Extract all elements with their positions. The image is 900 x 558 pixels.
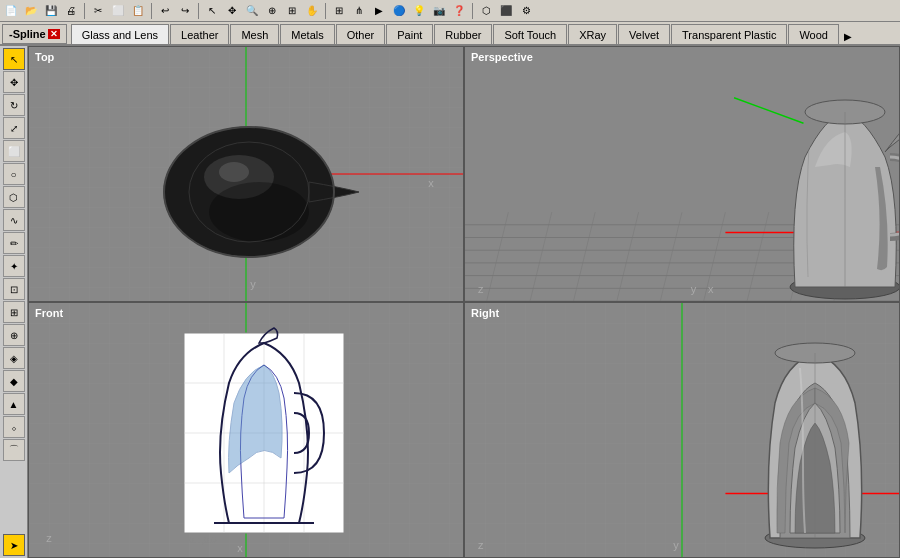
x-axis-label: x <box>428 177 434 189</box>
copy-icon[interactable]: ⬜ <box>109 2 127 20</box>
tab-transparent[interactable]: Transparent Plastic <box>671 24 787 44</box>
x-axis-label-f: x <box>237 542 243 554</box>
move-icon[interactable]: ✥ <box>223 2 241 20</box>
material-icon[interactable]: 🔵 <box>390 2 408 20</box>
right-grid: z y <box>465 303 899 557</box>
sep3 <box>198 3 199 19</box>
x-axis-label-p: x <box>708 283 714 295</box>
render-icon[interactable]: ▶ <box>370 2 388 20</box>
z-axis-label-r: z <box>478 539 484 551</box>
spline-label: -Spline ✕ <box>2 24 67 44</box>
snap-icon[interactable]: ⋔ <box>350 2 368 20</box>
select-icon[interactable]: ↖ <box>203 2 221 20</box>
bool-tool[interactable]: ⊕ <box>3 324 25 346</box>
bend-tool[interactable]: ⌒ <box>3 439 25 461</box>
light-add-tool[interactable]: ✦ <box>3 255 25 277</box>
y-axis-label: y <box>250 278 256 290</box>
sep4 <box>325 3 326 19</box>
svg-point-8 <box>209 182 309 242</box>
box-tool[interactable]: ⬜ <box>3 140 25 162</box>
viewport-grid: Top <box>28 46 900 558</box>
camera-add-tool[interactable]: ⊡ <box>3 278 25 300</box>
cut-icon[interactable]: ✂ <box>89 2 107 20</box>
move-tool[interactable]: ✥ <box>3 71 25 93</box>
tab-scroll-right[interactable]: ▶ <box>840 29 856 44</box>
viewport-top[interactable]: Top <box>28 46 464 302</box>
sphere-tool[interactable]: ○ <box>3 163 25 185</box>
undo-icon[interactable]: ↩ <box>156 2 174 20</box>
sweep-tool[interactable]: ◆ <box>3 370 25 392</box>
tab-glass-and-lens[interactable]: Glass and Lens <box>71 24 169 44</box>
z-axis-label-p: z <box>478 283 484 295</box>
pan-icon[interactable]: ✋ <box>303 2 321 20</box>
viewport-right-label: Right <box>471 307 499 319</box>
tool1-icon[interactable]: ⬡ <box>477 2 495 20</box>
svg-point-7 <box>219 162 249 182</box>
y-axis-label-r: y <box>673 539 679 551</box>
redo-icon[interactable]: ↪ <box>176 2 194 20</box>
pen-tool[interactable]: ✏ <box>3 232 25 254</box>
main-toolbar: 📄 📂 💾 🖨 ✂ ⬜ 📋 ↩ ↪ ↖ ✥ 🔍 ⊕ ⊞ ✋ ⊞ ⋔ ▶ 🔵 💡 … <box>0 0 900 22</box>
viewport-front-label: Front <box>35 307 63 319</box>
help-icon[interactable]: ❓ <box>450 2 468 20</box>
viewport-right[interactable]: Right <box>464 302 900 558</box>
tab-paint[interactable]: Paint <box>386 24 433 44</box>
front-grid: z x 0.1,0.0 <box>29 303 463 557</box>
tab-xray[interactable]: XRay <box>568 24 617 44</box>
tab-velvet[interactable]: Velvet <box>618 24 670 44</box>
z-axis-label-f: z <box>46 532 52 544</box>
loft-tool[interactable]: ◈ <box>3 347 25 369</box>
tab-mesh[interactable]: Mesh <box>230 24 279 44</box>
camera-icon[interactable]: 📷 <box>430 2 448 20</box>
zoom-icon[interactable]: 🔍 <box>243 2 261 20</box>
measure-label: 0.1,0.0 <box>189 535 217 545</box>
viewport-perspective-label: Perspective <box>471 51 533 63</box>
tab-leather[interactable]: Leather <box>170 24 229 44</box>
scale-tool[interactable]: ⤢ <box>3 117 25 139</box>
viewport-perspective[interactable]: Perspective <box>464 46 900 302</box>
viewport-top-label: Top <box>35 51 54 63</box>
curve-tool[interactable]: ∿ <box>3 209 25 231</box>
viewport-front[interactable]: Front <box>28 302 464 558</box>
tab-metals[interactable]: Metals <box>280 24 334 44</box>
tab-soft-touch[interactable]: Soft Touch <box>493 24 567 44</box>
material-tabbar: -Spline ✕ Glass and Lens Leather Mesh Me… <box>0 22 900 46</box>
extrude-tool[interactable]: ▲ <box>3 393 25 415</box>
left-sidebar: ↖ ✥ ↻ ⤢ ⬜ ○ ⬡ ∿ ✏ ✦ ⊡ ⊞ ⊕ ◈ ◆ ▲ ⬦ ⌒ ➤ <box>0 46 28 558</box>
sep2 <box>151 3 152 19</box>
top-grid: x y <box>29 47 463 301</box>
spline-close[interactable]: ✕ <box>48 29 60 39</box>
deform-tool[interactable]: ⬦ <box>3 416 25 438</box>
y-axis-label-p: y <box>691 283 697 295</box>
zoom-sel-icon[interactable]: ⊞ <box>283 2 301 20</box>
zoom-all-icon[interactable]: ⊕ <box>263 2 281 20</box>
select-tool[interactable]: ↖ <box>3 48 25 70</box>
paste-icon[interactable]: 📋 <box>129 2 147 20</box>
main-area: ↖ ✥ ↻ ⤢ ⬜ ○ ⬡ ∿ ✏ ✦ ⊡ ⊞ ⊕ ◈ ◆ ▲ ⬦ ⌒ ➤ To… <box>0 46 900 558</box>
grid-icon[interactable]: ⊞ <box>330 2 348 20</box>
tool2-icon[interactable]: ⬛ <box>497 2 515 20</box>
open-icon[interactable]: 📂 <box>22 2 40 20</box>
mirror-tool[interactable]: ⊞ <box>3 301 25 323</box>
print-icon[interactable]: 🖨 <box>62 2 80 20</box>
sep1 <box>84 3 85 19</box>
light-icon[interactable]: 💡 <box>410 2 428 20</box>
sep5 <box>472 3 473 19</box>
tab-rubber[interactable]: Rubber <box>434 24 492 44</box>
rotate-tool[interactable]: ↻ <box>3 94 25 116</box>
tab-other[interactable]: Other <box>336 24 386 44</box>
cylinder-tool[interactable]: ⬡ <box>3 186 25 208</box>
save-icon[interactable]: 💾 <box>42 2 60 20</box>
arrow-tool[interactable]: ➤ <box>3 534 25 556</box>
perspective-grid: z y x <box>465 47 899 301</box>
tool3-icon[interactable]: ⚙ <box>517 2 535 20</box>
new-icon[interactable]: 📄 <box>2 2 20 20</box>
tab-wood[interactable]: Wood <box>788 24 839 44</box>
